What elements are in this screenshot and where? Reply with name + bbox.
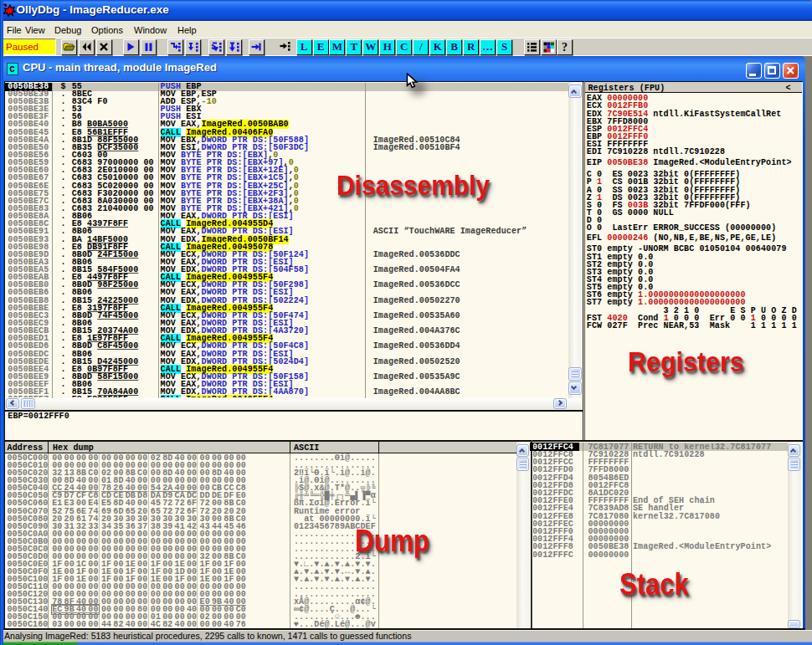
svg-text:?: ? (562, 41, 568, 54)
